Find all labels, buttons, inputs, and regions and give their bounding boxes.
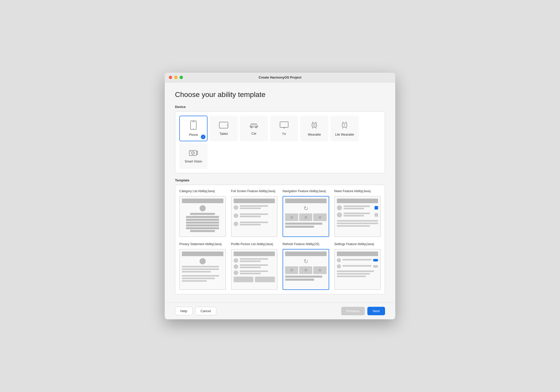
footer: Help Cancel Previous Next [165, 302, 395, 319]
template-settings-feature-label: Settings Feature Ability(Java) [334, 242, 381, 246]
device-tv-label: TV [282, 132, 286, 136]
close-button[interactable] [169, 76, 172, 79]
main-window: Create HarmonyOS Project Choose your abi… [165, 73, 395, 319]
svg-point-2 [193, 128, 194, 129]
tablet-icon [219, 122, 228, 130]
refresh-preview-icon: ↻ [285, 205, 327, 212]
window-title: Create HarmonyOS Project [259, 75, 302, 79]
device-phone-label: Phone [189, 133, 198, 137]
template-category-list-preview [179, 196, 226, 237]
svg-line-12 [316, 122, 316, 123]
svg-point-4 [227, 125, 228, 125]
template-item-full-screen[interactable]: Full Screen Feature Ability(Java) [231, 189, 278, 237]
page-heading: Choose your ability template [175, 91, 385, 99]
template-full-screen-label: Full Screen Feature Ability(Java) [231, 189, 278, 193]
cancel-button[interactable]: Cancel [195, 307, 216, 315]
template-navigation-feature-label: Navigation Feature Ability(Java) [283, 189, 329, 193]
template-news-feature-preview [334, 196, 381, 237]
device-item-tablet[interactable]: Tablet [210, 116, 238, 141]
help-button[interactable]: Help [175, 307, 193, 315]
template-profile-picture-label: Profile Picture List Ability(Java) [231, 242, 278, 246]
phone-icon [190, 121, 197, 132]
template-item-profile-picture[interactable]: Profile Picture List Ability(Java) [231, 242, 278, 290]
svg-line-11 [313, 122, 313, 123]
template-news-feature-label: News Feature Ability(Java) [334, 189, 381, 193]
device-item-wearable[interactable]: Wearable [300, 116, 328, 141]
svg-line-18 [346, 122, 346, 123]
template-profile-picture-preview [231, 249, 278, 290]
device-item-tv[interactable]: TV [270, 116, 298, 141]
selected-checkmark: ✓ [201, 135, 205, 139]
template-refresh-feature-preview: ↻ 🖼 🖼 🖼 [283, 249, 329, 290]
device-tablet-label: Tablet [220, 132, 228, 136]
footer-right-buttons: Previous Next [341, 307, 385, 315]
wearable-icon [311, 121, 317, 131]
device-grid: Phone ✓ Tablet [179, 116, 381, 169]
template-item-refresh-feature[interactable]: Refresh Feature Ability(JS) ↻ 🖼 🖼 🖼 [283, 242, 329, 290]
smart-vision-icon [189, 149, 198, 158]
template-grid: Category List Ability(Java) [179, 189, 381, 290]
template-settings-feature-preview [334, 249, 381, 290]
car-icon [249, 122, 258, 130]
template-privacy-statement-preview [179, 249, 226, 290]
device-smart-vision-label: Smart Vision [185, 160, 202, 163]
refresh-icon: ↻ [285, 258, 327, 265]
device-car-label: Car [251, 132, 256, 135]
lite-wearable-icon [341, 121, 348, 131]
template-refresh-feature-label: Refresh Feature Ability(JS) [283, 242, 329, 246]
svg-point-26 [190, 151, 191, 152]
footer-left-buttons: Help Cancel [175, 307, 216, 315]
device-item-smart-vision[interactable]: Smart Vision [179, 143, 208, 169]
maximize-button[interactable] [180, 76, 183, 79]
device-item-lite-wearable[interactable]: Lite Wearable [330, 116, 359, 141]
svg-line-19 [343, 127, 343, 128]
device-wearable-label: Wearable [308, 133, 321, 136]
svg-point-15 [313, 124, 315, 126]
template-item-settings-feature[interactable]: Settings Feature Ability(Java) [334, 242, 381, 290]
template-full-screen-preview [231, 196, 278, 237]
device-item-phone[interactable]: Phone ✓ [179, 116, 208, 141]
template-category-list-label: Category List Ability(Java) [179, 189, 226, 193]
previous-button[interactable]: Previous [341, 307, 365, 315]
svg-rect-10 [312, 123, 317, 127]
svg-rect-7 [280, 122, 288, 127]
next-button[interactable]: Next [367, 307, 385, 315]
template-section: Category List Ability(Java) [175, 185, 385, 294]
svg-line-20 [346, 127, 346, 128]
main-content: Choose your ability template Device Phon… [165, 82, 395, 302]
device-section-label: Device [175, 105, 385, 109]
titlebar: Create HarmonyOS Project [165, 73, 395, 82]
template-section-label: Template [175, 178, 385, 182]
svg-line-13 [313, 127, 313, 128]
template-navigation-feature-preview: ↻ 🖼 🖼 🖼 [283, 196, 329, 237]
template-privacy-statement-label: Privacy Statement Ability(Java) [179, 242, 226, 246]
device-lite-wearable-label: Lite Wearable [335, 133, 354, 136]
svg-rect-3 [219, 122, 228, 128]
svg-line-14 [316, 127, 316, 128]
svg-point-25 [192, 153, 193, 154]
template-item-category-list[interactable]: Category List Ability(Java) [179, 189, 226, 237]
minimize-button[interactable] [174, 76, 178, 79]
template-item-navigation-feature[interactable]: Navigation Feature Ability(Java) ↻ 🖼 🖼 🖼 [283, 189, 329, 237]
template-item-privacy-statement[interactable]: Privacy Statement Ability(Java) [179, 242, 226, 290]
device-section: Phone ✓ Tablet [175, 111, 385, 173]
device-item-car[interactable]: Car [240, 116, 268, 141]
svg-line-17 [343, 122, 343, 123]
tv-icon [279, 121, 289, 131]
template-item-news-feature[interactable]: News Feature Ability(Java) [334, 189, 381, 237]
traffic-lights [169, 76, 183, 79]
